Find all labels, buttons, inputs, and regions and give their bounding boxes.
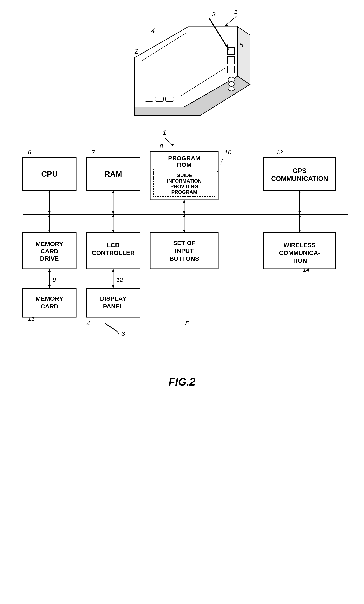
svg-rect-85 <box>23 288 76 317</box>
svg-marker-51 <box>183 200 186 203</box>
svg-marker-54 <box>298 190 301 193</box>
svg-rect-7 <box>227 57 235 64</box>
svg-text:DRIVE: DRIVE <box>40 255 59 262</box>
svg-text:CARD: CARD <box>40 303 59 310</box>
fig1-section: 1 <box>0 0 364 119</box>
svg-marker-3 <box>238 27 250 84</box>
svg-text:7: 7 <box>92 149 95 156</box>
fig2-section: 1 6 CPU 7 RAM 8 PROGRAM ROM GUIDE INFORM… <box>0 119 364 404</box>
svg-marker-48 <box>112 190 114 193</box>
fig2-diagram: 1 6 CPU 7 RAM 8 PROGRAM ROM GUIDE INFORM… <box>16 128 348 416</box>
svg-text:TION: TION <box>292 257 307 264</box>
svg-text:9: 9 <box>52 276 56 283</box>
svg-marker-71 <box>48 230 51 233</box>
svg-text:CARD: CARD <box>40 248 59 254</box>
svg-text:WIRELESS: WIRELESS <box>284 241 316 248</box>
svg-text:CPU: CPU <box>41 170 58 178</box>
svg-text:PROVIDING: PROVIDING <box>170 184 198 189</box>
svg-text:4: 4 <box>87 320 90 327</box>
svg-text:MEMORY: MEMORY <box>36 240 63 247</box>
svg-text:10: 10 <box>225 149 231 156</box>
ref2-label: 2 <box>134 48 138 55</box>
svg-text:CONTROLLER: CONTROLLER <box>92 249 135 256</box>
svg-text:RAM: RAM <box>104 170 122 178</box>
svg-marker-45 <box>48 190 51 193</box>
svg-rect-8 <box>227 66 235 73</box>
svg-text:LCD: LCD <box>107 241 120 248</box>
svg-text:BUTTONS: BUTTONS <box>169 255 199 262</box>
svg-point-11 <box>228 87 235 91</box>
svg-text:8: 8 <box>160 143 163 150</box>
svg-text:SET OF: SET OF <box>173 239 195 246</box>
svg-text:3: 3 <box>122 330 125 337</box>
svg-rect-93 <box>87 288 140 317</box>
svg-rect-14 <box>165 97 174 101</box>
svg-text:11: 11 <box>28 315 35 322</box>
svg-text:PROGRAM: PROGRAM <box>168 155 201 162</box>
svg-text:COMMUNICA-: COMMUNICA- <box>279 249 320 256</box>
svg-text:13: 13 <box>276 149 283 156</box>
svg-line-98 <box>105 323 117 332</box>
svg-text:INPUT: INPUT <box>175 247 194 254</box>
svg-text:PROGRAM: PROGRAM <box>171 189 197 195</box>
svg-text:MEMORY: MEMORY <box>36 295 63 302</box>
svg-marker-83 <box>48 285 51 288</box>
svg-text:1: 1 <box>163 129 166 136</box>
svg-text:COMMUNICATION: COMMUNICATION <box>271 175 328 182</box>
svg-text:GUIDE: GUIDE <box>176 173 192 178</box>
svg-text:5: 5 <box>185 320 189 327</box>
svg-point-10 <box>228 82 235 86</box>
svg-text:12: 12 <box>116 276 123 283</box>
svg-text:GPS: GPS <box>293 167 307 175</box>
svg-marker-80 <box>298 230 301 233</box>
svg-text:INFORMATION: INFORMATION <box>167 178 201 184</box>
svg-marker-77 <box>183 230 186 233</box>
svg-text:ROM: ROM <box>177 161 191 168</box>
ref5-label: 5 <box>240 41 243 49</box>
svg-line-99 <box>117 332 119 335</box>
svg-marker-84 <box>48 269 51 272</box>
svg-point-9 <box>228 77 235 81</box>
svg-text:6: 6 <box>28 149 31 156</box>
svg-text:PANEL: PANEL <box>103 303 123 310</box>
ref3-label: 3 <box>212 11 215 18</box>
svg-marker-91 <box>112 285 114 288</box>
svg-text:DISPLAY: DISPLAY <box>100 295 126 302</box>
svg-marker-74 <box>112 230 114 233</box>
svg-text:14: 14 <box>303 266 309 273</box>
ref4-label: 4 <box>151 27 155 34</box>
svg-rect-13 <box>155 97 163 101</box>
fig1-arrows: 4 2 3 5 <box>110 6 254 101</box>
svg-marker-92 <box>112 269 114 272</box>
svg-line-19 <box>165 138 173 146</box>
svg-rect-12 <box>145 97 153 101</box>
